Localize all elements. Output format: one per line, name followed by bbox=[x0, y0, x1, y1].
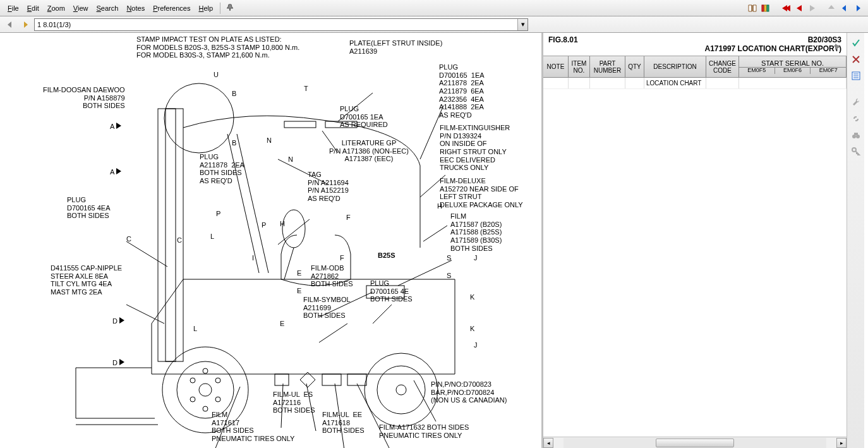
sec-F: F bbox=[346, 214, 351, 222]
diagram-pane: STAMP IMPACT TEST ON PLATE AS LISTED: FO… bbox=[0, 33, 543, 448]
scroll-thumb[interactable] bbox=[656, 439, 735, 447]
sec-U: U bbox=[214, 71, 219, 79]
callout-cap: D411555 CAP-NIPPLE STEER AXLE 8EA TILT C… bbox=[51, 264, 122, 296]
back-icon[interactable] bbox=[838, 2, 851, 15]
sec-E2: E bbox=[297, 287, 301, 295]
scroll-right-icon[interactable]: ▸ bbox=[836, 438, 847, 448]
callout-plug-top: PLUG D700165 1EA A211878 2EA A211879 6EA… bbox=[439, 63, 485, 119]
menu-zoom[interactable]: Zoom bbox=[44, 3, 69, 14]
gh-note[interactable]: NOTE bbox=[543, 56, 569, 77]
sec-H2: H bbox=[437, 202, 442, 210]
parts-pane: FIG.8.01 B20/30S3 A171997 LOCATION CHART… bbox=[543, 33, 847, 448]
callout-film632: FILM-A171632 BOTH SIDES PNEUMATIC TIRES … bbox=[379, 423, 469, 439]
callout-stamp: STAMP IMPACT TEST ON PLATE AS LISTED: FO… bbox=[136, 35, 299, 59]
first-icon[interactable] bbox=[780, 2, 792, 15]
callout-film-ul-ee: FILM-UL EE A171618 BOTH SIDES bbox=[322, 411, 365, 435]
run-icon[interactable] bbox=[831, 40, 844, 53]
svg-line-27 bbox=[126, 241, 167, 267]
binoculars-icon[interactable] bbox=[850, 129, 862, 142]
nav-back-icon[interactable] bbox=[4, 18, 16, 31]
toolbar-nav: ▾ bbox=[0, 16, 868, 33]
callout-pin: PIN,P/NO:D700823 BAR,P/NO:D700824 (NON U… bbox=[431, 380, 507, 404]
svg-point-8 bbox=[282, 210, 305, 248]
gh-change[interactable]: CHANGE CODE bbox=[706, 56, 739, 77]
svg-rect-24 bbox=[275, 374, 289, 385]
gh-qty[interactable]: QTY bbox=[625, 56, 644, 77]
figure-combo-input[interactable] bbox=[35, 19, 527, 30]
sec-S: S bbox=[447, 254, 451, 262]
row-desc: LOCATION CHART bbox=[644, 78, 706, 88]
list-icon[interactable] bbox=[850, 70, 862, 82]
gh-s1[interactable]: EM0F5 bbox=[739, 68, 775, 74]
callout-tag: TAG P/N A211694 P/N A152219 AS REQ'D bbox=[308, 171, 349, 203]
callout-film-odb: FILM-ODB A271862 BOTH SIDES bbox=[311, 264, 353, 288]
gh-s2[interactable]: EM0F6 bbox=[775, 68, 811, 74]
svg-line-39 bbox=[319, 324, 347, 342]
svg-rect-1 bbox=[764, 5, 766, 11]
side-toolbar bbox=[847, 33, 864, 448]
menu-preferences[interactable]: Preferences bbox=[149, 3, 194, 14]
table-row[interactable]: LOCATION CHART bbox=[543, 78, 847, 89]
x-icon[interactable] bbox=[850, 53, 862, 66]
sec-E: E bbox=[297, 269, 301, 277]
gh-s3[interactable]: EM0F7 bbox=[811, 68, 846, 74]
svg-point-14 bbox=[365, 353, 438, 427]
callout-plate: PLATE(LEFT STRUT INSIDE) A211639 bbox=[349, 39, 442, 55]
svg-rect-25 bbox=[322, 374, 341, 385]
key-icon[interactable] bbox=[850, 145, 862, 158]
menu-search[interactable]: Search bbox=[93, 3, 123, 14]
callout-plug-req: PLUG D700165 1EA AS REQUIRED bbox=[340, 105, 388, 129]
svg-point-21 bbox=[203, 368, 208, 373]
sec-J: J bbox=[474, 254, 478, 262]
menu-edit[interactable]: Edit bbox=[23, 3, 43, 14]
menu-help[interactable]: Help bbox=[195, 3, 217, 14]
svg-rect-52 bbox=[854, 133, 858, 135]
pin-icon[interactable] bbox=[224, 2, 236, 15]
book-icon[interactable] bbox=[746, 2, 759, 15]
sec-N2: N bbox=[288, 155, 293, 164]
combo-dropdown-icon[interactable]: ▾ bbox=[517, 19, 527, 30]
menubar: File Edit Zoom View Search Notes Prefere… bbox=[0, 0, 868, 16]
wrench-icon[interactable] bbox=[850, 96, 862, 109]
svg-point-16 bbox=[396, 385, 406, 395]
sec-D: D bbox=[112, 317, 124, 325]
sec-E3: E bbox=[280, 320, 284, 328]
gh-desc[interactable]: DESCRIPTION bbox=[644, 56, 706, 77]
prev-icon[interactable] bbox=[793, 2, 805, 15]
gh-item[interactable]: ITEM NO. bbox=[569, 56, 590, 77]
nav-fwd-icon[interactable] bbox=[19, 18, 32, 31]
forward-icon[interactable] bbox=[852, 2, 864, 15]
svg-point-15 bbox=[377, 366, 425, 414]
callout-film-bottom: FILM A171617 BOTH SIDES PNEUMATIC TIRES … bbox=[212, 411, 294, 443]
sec-B2: B bbox=[232, 139, 236, 147]
callout-plug4e: PLUG D700165 4E BOTH SIDES bbox=[370, 279, 413, 303]
check-icon[interactable] bbox=[850, 37, 862, 49]
grid-body[interactable]: LOCATION CHART bbox=[543, 78, 847, 437]
figure-header: FIG.8.01 B20/30S3 A171997 LOCATION CHART… bbox=[543, 33, 847, 56]
scroll-left-icon[interactable]: ◂ bbox=[543, 438, 553, 448]
sec-P: P bbox=[216, 210, 220, 218]
link-icon[interactable] bbox=[850, 112, 862, 125]
next-icon[interactable] bbox=[806, 2, 819, 15]
svg-rect-2 bbox=[767, 5, 769, 11]
gh-part[interactable]: PART NUMBER bbox=[590, 56, 625, 77]
model-badge: B25S bbox=[378, 251, 395, 260]
sec-P2: P bbox=[262, 221, 266, 229]
sec-T: T bbox=[304, 85, 308, 93]
h-scrollbar[interactable]: ◂ ▸ bbox=[543, 437, 847, 448]
svg-rect-6 bbox=[284, 121, 316, 128]
up-icon[interactable] bbox=[825, 2, 838, 15]
sec-A: A bbox=[110, 123, 121, 131]
books-icon[interactable] bbox=[759, 2, 772, 15]
sec-S2: S bbox=[447, 272, 451, 280]
menu-notes[interactable]: Notes bbox=[123, 3, 148, 14]
menu-file[interactable]: File bbox=[4, 3, 23, 14]
figure-combo[interactable]: ▾ bbox=[34, 18, 528, 31]
sec-C: C bbox=[126, 235, 131, 243]
svg-point-20 bbox=[215, 397, 220, 402]
sec-K: K bbox=[470, 293, 474, 301]
gh-serial[interactable]: START SERIAL NO. EM0F5 EM0F6 EM0F7 bbox=[739, 56, 847, 77]
menu-view[interactable]: View bbox=[69, 3, 92, 14]
callout-film-sym: FILM-SYMBOL A211699 BOTH SIDES bbox=[303, 296, 351, 320]
fig-number: FIG.8.01 bbox=[548, 35, 578, 44]
